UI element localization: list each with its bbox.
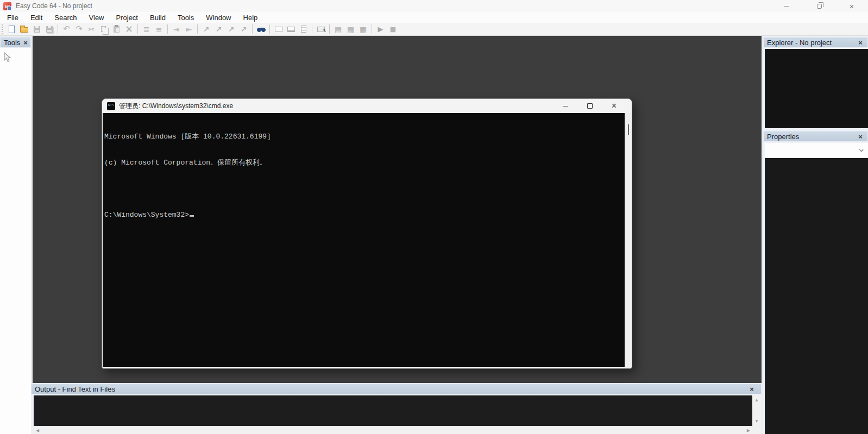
menu-view[interactable]: View [83, 12, 110, 23]
output-panel-header: Output - Find Text in Files × [31, 383, 762, 394]
build-link-button: ▤ [332, 24, 344, 35]
cmd-close-button[interactable]: × [602, 99, 626, 113]
open-file-button[interactable] [18, 24, 30, 35]
pointer-tool-icon[interactable] [3, 52, 11, 63]
cmd-scrollbar-thumb[interactable] [628, 124, 629, 135]
properties-panel-close-button[interactable]: × [857, 133, 864, 140]
bookmark-toggle-icon: ≣ [143, 26, 150, 33]
menu-help[interactable]: Help [237, 12, 264, 23]
comment-add-icon: ↗ [203, 26, 210, 33]
comment-toggle-button: ↗ [212, 24, 225, 35]
find-in-files-icon [257, 26, 266, 33]
new-file-button[interactable] [5, 24, 18, 35]
toolbar-separator [252, 24, 253, 34]
cmd-app-icon: C:\ [107, 102, 115, 110]
comment-remove-button: ↗ [237, 24, 250, 35]
view-document-icon [301, 26, 306, 33]
toolbar-separator [329, 24, 330, 34]
window-restore-button[interactable] [807, 0, 831, 12]
easy-code-app-window: EC Easy Code 64 - No project × File Edit… [0, 0, 868, 434]
scroll-down-icon[interactable]: ▼ [754, 419, 759, 424]
toolbar-separator [269, 24, 270, 34]
maximize-icon [587, 103, 593, 109]
bookmark-clear-button: ≡ [153, 24, 165, 35]
scroll-left-icon[interactable]: ◀ [36, 428, 39, 433]
console-line: Microsoft Windows [版本 10.0.22631.6199] [104, 133, 625, 141]
indent-decrease-icon: ⇤ [186, 26, 192, 33]
copy-icon [101, 26, 106, 32]
explorer-panel-close-button[interactable]: × [857, 39, 864, 46]
window-close-button[interactable]: × [840, 0, 864, 12]
new-file-icon [9, 26, 15, 33]
properties-selector[interactable] [765, 143, 868, 157]
cmd-window[interactable]: C:\ 管理员: C:\Windows\system32\cmd.exe × M… [102, 98, 632, 369]
output-panel-content [34, 395, 752, 426]
app-logo-icon: EC [3, 2, 11, 10]
explorer-panel-title: Explorer - No project [767, 39, 832, 47]
output-panel-title: Output - Find Text in Files [35, 385, 115, 393]
output-panel: Output - Find Text in Files × ▲ ▼ ◀ ▶ [31, 383, 762, 434]
toolbar: ↶↷✂×≣≡⇥⇤↗↗↗↗▤▦▦▶■ [0, 23, 868, 36]
tools-panel-title: Tools [4, 39, 20, 47]
menu-build[interactable]: Build [144, 12, 172, 23]
toolbar-separator [197, 24, 198, 34]
properties-icon [317, 27, 325, 32]
window-controls: × [770, 0, 868, 12]
cmd-titlebar[interactable]: C:\ 管理员: C:\Windows\system32\cmd.exe × [102, 99, 632, 113]
save-all-icon [46, 26, 53, 33]
new-dialog-button [272, 24, 285, 35]
comment-toggle-icon: ↗ [216, 26, 222, 33]
scroll-right-icon[interactable]: ▶ [747, 428, 750, 433]
uncomment-button: ↗ [225, 24, 237, 35]
close-icon: × [612, 102, 617, 110]
cmd-console[interactable]: Microsoft Windows [版本 10.0.22631.6199] (… [103, 113, 625, 367]
output-vertical-scrollbar[interactable]: ▲ ▼ [752, 395, 762, 426]
properties-panel-content [765, 158, 868, 434]
comment-add-button: ↗ [200, 24, 212, 35]
console-prompt-line: C:\Windows\System32> [104, 211, 625, 219]
restore-icon [817, 4, 822, 9]
cmd-window-title: 管理员: C:\Windows\system32\cmd.exe [119, 102, 233, 111]
cmd-scrollbar[interactable] [625, 113, 631, 367]
build-link-icon: ▤ [335, 26, 342, 33]
build-button: ▦ [357, 24, 369, 35]
console-line: (c) Microsoft Corporation。保留所有权利。 [104, 159, 625, 167]
cut-button: ✂ [85, 24, 98, 35]
assemble-icon: ▦ [347, 26, 354, 33]
cmd-minimize-button[interactable] [553, 99, 577, 113]
explorer-panel-content [765, 49, 868, 128]
tools-panel-close-button[interactable]: × [22, 39, 29, 46]
menu-project[interactable]: Project [110, 12, 144, 23]
stop-button: ■ [387, 24, 399, 35]
tools-panel-content [0, 48, 31, 434]
toolbar-separator [167, 24, 168, 34]
output-horizontal-scrollbar[interactable]: ◀ ▶ [34, 427, 752, 434]
paste-button [110, 24, 123, 35]
cmd-maximize-button[interactable] [577, 99, 602, 113]
window-minimize-button[interactable] [775, 0, 798, 12]
toolbar-grip[interactable] [2, 24, 3, 34]
toolbar-separator [58, 24, 58, 34]
indent-decrease-button: ⇤ [183, 24, 195, 35]
redo-button: ↷ [73, 24, 85, 35]
find-in-files-button[interactable] [255, 24, 267, 35]
run-button: ▶ [374, 24, 387, 35]
menu-tools[interactable]: Tools [172, 12, 200, 23]
undo-button: ↶ [60, 24, 73, 35]
scroll-up-icon[interactable]: ▲ [754, 398, 759, 402]
console-cursor [190, 215, 194, 217]
menu-file[interactable]: File [1, 12, 24, 23]
build-icon: ▦ [360, 26, 367, 33]
window-title: Easy Code 64 - No project [16, 2, 92, 10]
save-button [30, 24, 43, 35]
toolbar-separator [372, 24, 372, 34]
comment-remove-icon: ↗ [241, 26, 247, 33]
menu-search[interactable]: Search [48, 12, 83, 23]
delete-button: × [123, 24, 135, 35]
menu-window[interactable]: Window [200, 12, 237, 23]
cut-icon: ✂ [89, 26, 95, 33]
output-panel-close-button[interactable]: × [748, 385, 756, 393]
menu-edit[interactable]: Edit [24, 12, 48, 23]
assemble-button: ▦ [344, 24, 357, 35]
open-file-icon [20, 27, 28, 33]
